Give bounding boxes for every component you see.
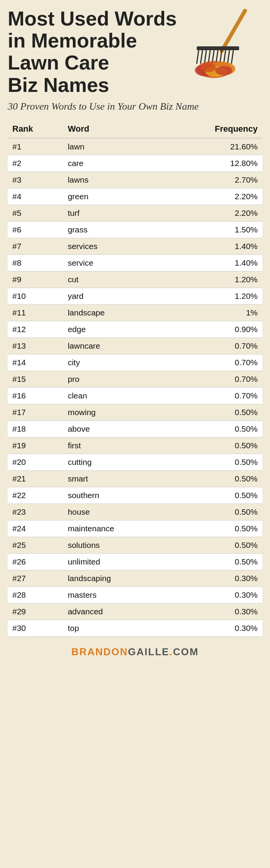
svg-line-2 bbox=[197, 50, 199, 64]
table-header-row: Rank Word Frequency bbox=[8, 120, 262, 138]
svg-line-11 bbox=[231, 50, 233, 64]
table-row: #8service1.40% bbox=[8, 254, 262, 271]
table-row: #14city0.70% bbox=[8, 354, 262, 371]
cell-word: solutions bbox=[63, 537, 166, 553]
cell-word: first bbox=[63, 437, 166, 454]
cell-frequency: 0.50% bbox=[166, 520, 262, 537]
cell-frequency: 0.50% bbox=[166, 454, 262, 470]
main-title: Most Used Words in Memorable Lawn Care B… bbox=[8, 8, 181, 96]
cell-word: lawncare bbox=[63, 337, 166, 354]
cell-rank: #12 bbox=[8, 321, 63, 337]
title-block: Most Used Words in Memorable Lawn Care B… bbox=[8, 8, 181, 96]
cell-rank: #11 bbox=[8, 304, 63, 321]
cell-frequency: 0.30% bbox=[166, 603, 262, 620]
cell-word: lawn bbox=[63, 138, 166, 155]
cell-frequency: 1.50% bbox=[166, 221, 262, 238]
cell-word: advanced bbox=[63, 603, 166, 620]
cell-frequency: 1.40% bbox=[166, 238, 262, 254]
cell-word: services bbox=[63, 238, 166, 254]
cell-frequency: 0.70% bbox=[166, 337, 262, 354]
cell-word: masters bbox=[63, 587, 166, 603]
table-row: #18above0.50% bbox=[8, 420, 262, 437]
page-wrapper: Most Used Words in Memorable Lawn Care B… bbox=[0, 0, 270, 670]
table-row: #27landscaping0.30% bbox=[8, 570, 262, 587]
cell-frequency: 1% bbox=[166, 304, 262, 321]
table-row: #7services1.40% bbox=[8, 238, 262, 254]
table-row: #2care12.80% bbox=[8, 155, 262, 171]
svg-line-4 bbox=[204, 50, 206, 64]
cell-frequency: 1.40% bbox=[166, 254, 262, 271]
cell-rank: #22 bbox=[8, 487, 63, 504]
cell-frequency: 0.70% bbox=[166, 371, 262, 387]
cell-frequency: 0.30% bbox=[166, 587, 262, 603]
table-row: #29advanced0.30% bbox=[8, 603, 262, 620]
cell-frequency: 0.50% bbox=[166, 537, 262, 553]
svg-point-16 bbox=[201, 63, 216, 72]
rake-illustration bbox=[185, 4, 262, 86]
cell-rank: #23 bbox=[8, 504, 63, 520]
cell-rank: #9 bbox=[8, 271, 63, 288]
cell-frequency: 2.70% bbox=[166, 171, 262, 188]
table-row: #28masters0.30% bbox=[8, 587, 262, 603]
table-row: #15pro0.70% bbox=[8, 371, 262, 387]
cell-rank: #24 bbox=[8, 520, 63, 537]
cell-frequency: 0.50% bbox=[166, 437, 262, 454]
footer-brand: BRANDONGAILLE.COM bbox=[8, 646, 262, 658]
table-row: #19first0.50% bbox=[8, 437, 262, 454]
cell-frequency: 0.50% bbox=[166, 553, 262, 570]
cell-frequency: 21.60% bbox=[166, 138, 262, 155]
brand-dot: . bbox=[169, 646, 173, 658]
cell-word: turf bbox=[63, 205, 166, 221]
cell-rank: #15 bbox=[8, 371, 63, 387]
svg-point-17 bbox=[215, 66, 232, 75]
cell-word: lawns bbox=[63, 171, 166, 188]
table-row: #21smart0.50% bbox=[8, 470, 262, 487]
cell-rank: #20 bbox=[8, 454, 63, 470]
svg-line-3 bbox=[201, 50, 202, 64]
subtitle: 30 Proven Words to Use in Your Own Biz N… bbox=[8, 100, 262, 113]
cell-rank: #14 bbox=[8, 354, 63, 371]
cell-rank: #16 bbox=[8, 387, 63, 404]
table-row: #25solutions0.50% bbox=[8, 537, 262, 553]
table-row: #30top0.30% bbox=[8, 620, 262, 636]
table-row: #9cut1.20% bbox=[8, 271, 262, 288]
cell-word: landscaping bbox=[63, 570, 166, 587]
cell-frequency: 0.90% bbox=[166, 321, 262, 337]
table-row: #10yard1.20% bbox=[8, 288, 262, 304]
cell-rank: #10 bbox=[8, 288, 63, 304]
table-row: #12edge0.90% bbox=[8, 321, 262, 337]
cell-frequency: 0.30% bbox=[166, 570, 262, 587]
table-row: #13lawncare0.70% bbox=[8, 337, 262, 354]
cell-word: unlimited bbox=[63, 553, 166, 570]
cell-frequency: 0.70% bbox=[166, 354, 262, 371]
cell-word: yard bbox=[63, 288, 166, 304]
svg-line-10 bbox=[228, 50, 230, 64]
table-row: #23house0.50% bbox=[8, 504, 262, 520]
cell-rank: #17 bbox=[8, 404, 63, 420]
cell-word: above bbox=[63, 420, 166, 437]
cell-frequency: 12.80% bbox=[166, 155, 262, 171]
table-row: #5turf2.20% bbox=[8, 205, 262, 221]
cell-word: cutting bbox=[63, 454, 166, 470]
table-row: #3lawns2.70% bbox=[8, 171, 262, 188]
cell-rank: #8 bbox=[8, 254, 63, 271]
cell-rank: #19 bbox=[8, 437, 63, 454]
table-row: #16clean0.70% bbox=[8, 387, 262, 404]
col-header-rank: Rank bbox=[8, 120, 63, 138]
cell-frequency: 0.70% bbox=[166, 387, 262, 404]
cell-word: southern bbox=[63, 487, 166, 504]
cell-rank: #18 bbox=[8, 420, 63, 437]
cell-word: pro bbox=[63, 371, 166, 387]
table-row: #20cutting0.50% bbox=[8, 454, 262, 470]
table-row: #4green2.20% bbox=[8, 188, 262, 205]
cell-frequency: 2.20% bbox=[166, 205, 262, 221]
cell-rank: #1 bbox=[8, 138, 63, 155]
cell-frequency: 0.50% bbox=[166, 470, 262, 487]
data-table: Rank Word Frequency #1lawn21.60%#2care12… bbox=[8, 120, 262, 637]
cell-word: top bbox=[63, 620, 166, 636]
cell-word: edge bbox=[63, 321, 166, 337]
table-row: #1lawn21.60% bbox=[8, 138, 262, 155]
cell-word: house bbox=[63, 504, 166, 520]
cell-word: smart bbox=[63, 470, 166, 487]
cell-word: green bbox=[63, 188, 166, 205]
